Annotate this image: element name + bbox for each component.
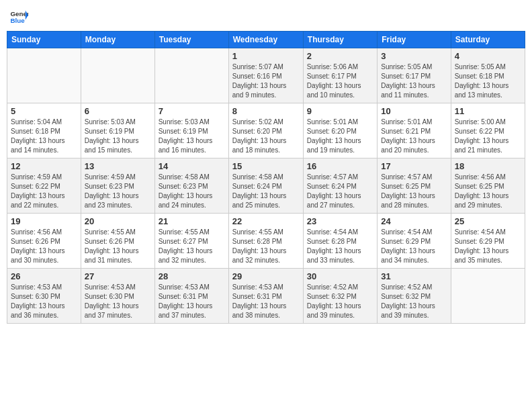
day-number: 14 [159,161,225,171]
day-number: 20 [85,216,151,226]
calendar-cell: 26Sunrise: 4:53 AM Sunset: 6:30 PM Dayli… [7,269,81,324]
calendar-cell: 11Sunrise: 5:00 AM Sunset: 6:22 PM Dayli… [451,103,525,158]
day-info: Sunrise: 4:54 AM Sunset: 6:29 PM Dayligh… [455,228,521,265]
day-number: 15 [232,161,300,171]
day-number: 24 [381,216,447,226]
calendar-cell: 21Sunrise: 4:55 AM Sunset: 6:27 PM Dayli… [154,214,228,269]
day-info: Sunrise: 4:53 AM Sunset: 6:31 PM Dayligh… [159,283,225,320]
day-info: Sunrise: 5:07 AM Sunset: 6:16 PM Dayligh… [232,62,300,100]
day-number: 7 [159,106,225,116]
weekday-header-thursday: Thursday [303,32,377,48]
day-number: 21 [159,216,225,226]
day-info: Sunrise: 5:00 AM Sunset: 6:22 PM Dayligh… [455,118,521,155]
day-info: Sunrise: 5:01 AM Sunset: 6:20 PM Dayligh… [307,118,373,155]
day-number: 2 [307,51,373,61]
calendar-cell [154,48,228,103]
calendar-cell: 2Sunrise: 5:06 AM Sunset: 6:17 PM Daylig… [303,48,377,103]
day-info: Sunrise: 5:05 AM Sunset: 6:18 PM Dayligh… [455,62,521,100]
day-info: Sunrise: 5:03 AM Sunset: 6:19 PM Dayligh… [159,118,225,155]
calendar-week-row: 12Sunrise: 4:59 AM Sunset: 6:22 PM Dayli… [7,158,525,214]
day-info: Sunrise: 4:52 AM Sunset: 6:32 PM Dayligh… [307,283,373,320]
day-info: Sunrise: 4:54 AM Sunset: 6:29 PM Dayligh… [381,228,447,265]
calendar-cell: 18Sunrise: 4:56 AM Sunset: 6:25 PM Dayli… [451,158,525,214]
day-number: 11 [455,106,521,116]
day-number: 17 [381,161,447,171]
calendar-cell: 19Sunrise: 4:56 AM Sunset: 6:26 PM Dayli… [7,214,81,269]
day-number: 4 [455,51,521,61]
day-info: Sunrise: 4:55 AM Sunset: 6:26 PM Dayligh… [85,228,151,265]
svg-text:Blue: Blue [10,17,25,24]
day-info: Sunrise: 4:55 AM Sunset: 6:28 PM Dayligh… [232,228,300,265]
logo: General Blue [9,7,31,26]
day-number: 26 [11,271,77,281]
day-info: Sunrise: 4:53 AM Sunset: 6:30 PM Dayligh… [11,283,77,320]
day-number: 10 [381,106,447,116]
day-info: Sunrise: 5:06 AM Sunset: 6:17 PM Dayligh… [307,62,373,100]
day-info: Sunrise: 4:58 AM Sunset: 6:23 PM Dayligh… [159,173,225,210]
calendar-week-row: 1Sunrise: 5:07 AM Sunset: 6:16 PM Daylig… [7,48,525,103]
day-info: Sunrise: 5:03 AM Sunset: 6:19 PM Dayligh… [85,118,151,155]
day-number: 29 [232,271,300,281]
day-number: 19 [11,216,77,226]
calendar-cell: 24Sunrise: 4:54 AM Sunset: 6:29 PM Dayli… [378,214,451,269]
day-number: 9 [307,106,373,116]
day-number: 27 [85,271,151,281]
calendar-cell: 8Sunrise: 5:02 AM Sunset: 6:20 PM Daylig… [228,103,303,158]
calendar-cell: 13Sunrise: 4:59 AM Sunset: 6:23 PM Dayli… [81,158,154,214]
calendar-cell: 17Sunrise: 4:57 AM Sunset: 6:25 PM Dayli… [378,158,451,214]
weekday-header-sunday: Sunday [7,32,81,48]
calendar-cell: 1Sunrise: 5:07 AM Sunset: 6:16 PM Daylig… [228,48,303,103]
day-info: Sunrise: 4:53 AM Sunset: 6:31 PM Dayligh… [232,283,300,320]
day-info: Sunrise: 4:57 AM Sunset: 6:24 PM Dayligh… [307,173,373,210]
calendar-cell [451,269,525,324]
calendar-header-row: SundayMondayTuesdayWednesdayThursdayFrid… [7,32,525,48]
day-number: 6 [85,106,151,116]
day-number: 22 [232,216,300,226]
weekday-header-friday: Friday [378,32,451,48]
calendar-cell: 15Sunrise: 4:58 AM Sunset: 6:24 PM Dayli… [228,158,303,214]
day-info: Sunrise: 5:05 AM Sunset: 6:17 PM Dayligh… [381,62,447,100]
calendar-cell: 22Sunrise: 4:55 AM Sunset: 6:28 PM Dayli… [228,214,303,269]
day-number: 18 [455,161,521,171]
calendar-cell: 23Sunrise: 4:54 AM Sunset: 6:28 PM Dayli… [303,214,377,269]
calendar-table: SundayMondayTuesdayWednesdayThursdayFrid… [7,31,525,324]
day-info: Sunrise: 4:59 AM Sunset: 6:22 PM Dayligh… [11,173,77,210]
calendar-cell: 5Sunrise: 5:04 AM Sunset: 6:18 PM Daylig… [7,103,81,158]
weekday-header-wednesday: Wednesday [228,32,303,48]
calendar-week-row: 19Sunrise: 4:56 AM Sunset: 6:26 PM Dayli… [7,214,525,269]
calendar-week-row: 5Sunrise: 5:04 AM Sunset: 6:18 PM Daylig… [7,103,525,158]
calendar-cell: 16Sunrise: 4:57 AM Sunset: 6:24 PM Dayli… [303,158,377,214]
day-info: Sunrise: 4:52 AM Sunset: 6:32 PM Dayligh… [381,283,447,320]
calendar-cell: 3Sunrise: 5:05 AM Sunset: 6:17 PM Daylig… [378,48,451,103]
weekday-header-monday: Monday [81,32,154,48]
calendar-cell: 4Sunrise: 5:05 AM Sunset: 6:18 PM Daylig… [451,48,525,103]
calendar-cell: 27Sunrise: 4:53 AM Sunset: 6:30 PM Dayli… [81,269,154,324]
day-info: Sunrise: 4:56 AM Sunset: 6:25 PM Dayligh… [455,173,521,210]
calendar-cell: 20Sunrise: 4:55 AM Sunset: 6:26 PM Dayli… [81,214,154,269]
day-number: 3 [381,51,447,61]
day-number: 13 [85,161,151,171]
day-number: 1 [232,51,300,61]
day-info: Sunrise: 4:57 AM Sunset: 6:25 PM Dayligh… [381,173,447,210]
logo-icon: General Blue [9,7,28,26]
calendar-week-row: 26Sunrise: 4:53 AM Sunset: 6:30 PM Dayli… [7,269,525,324]
day-info: Sunrise: 4:54 AM Sunset: 6:28 PM Dayligh… [307,228,373,265]
calendar-cell: 6Sunrise: 5:03 AM Sunset: 6:19 PM Daylig… [81,103,154,158]
weekday-header-saturday: Saturday [451,32,525,48]
calendar-cell: 28Sunrise: 4:53 AM Sunset: 6:31 PM Dayli… [154,269,228,324]
calendar-cell: 30Sunrise: 4:52 AM Sunset: 6:32 PM Dayli… [303,269,377,324]
calendar-cell: 25Sunrise: 4:54 AM Sunset: 6:29 PM Dayli… [451,214,525,269]
day-number: 5 [11,106,77,116]
day-number: 8 [232,106,300,116]
calendar-cell [81,48,154,103]
day-info: Sunrise: 4:58 AM Sunset: 6:24 PM Dayligh… [232,173,300,210]
day-info: Sunrise: 5:01 AM Sunset: 6:21 PM Dayligh… [381,118,447,155]
day-number: 31 [381,271,447,281]
day-number: 16 [307,161,373,171]
calendar-cell: 7Sunrise: 5:03 AM Sunset: 6:19 PM Daylig… [154,103,228,158]
calendar-cell: 10Sunrise: 5:01 AM Sunset: 6:21 PM Dayli… [378,103,451,158]
calendar-cell: 9Sunrise: 5:01 AM Sunset: 6:20 PM Daylig… [303,103,377,158]
calendar-cell: 14Sunrise: 4:58 AM Sunset: 6:23 PM Dayli… [154,158,228,214]
day-number: 28 [159,271,225,281]
day-info: Sunrise: 4:59 AM Sunset: 6:23 PM Dayligh… [85,173,151,210]
